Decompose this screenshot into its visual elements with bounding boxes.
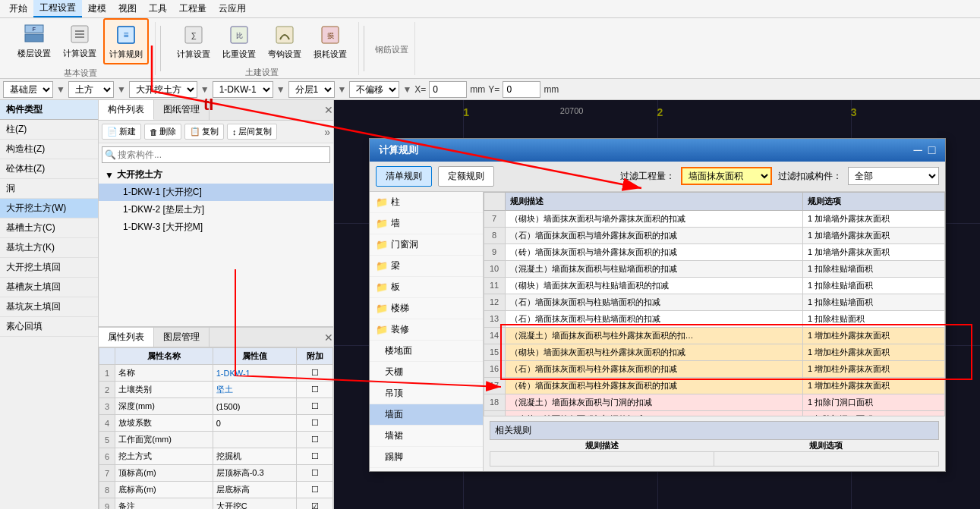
list-item[interactable]: 7 （砌块）墙面抹灰面积与墙外露抹灰面积的扣减 1 加墙墙外露抹灰面积 — [484, 210, 944, 227]
rule-option[interactable]: 1 扣除柱贴墙面积 — [802, 260, 944, 277]
list-item[interactable]: 12 （石）墙面抹灰面积与柱贴墙面积的扣减 1 扣除柱贴墙面积 — [484, 294, 944, 310]
close-component-panel[interactable]: ✕ — [324, 104, 333, 116]
prop-value-cell[interactable]: 大开挖C — [213, 498, 297, 510]
x-input[interactable] — [429, 81, 467, 98]
sidebar-item-trench[interactable]: 基槽土方(C) — [0, 218, 98, 238]
dialog-left-item[interactable]: 踢脚 — [370, 447, 483, 468]
tree-item-dkw2[interactable]: 1-DKW-2 [垫层土方] — [99, 201, 333, 218]
earth-select[interactable]: 土方 — [68, 81, 114, 98]
dialog-left-item[interactable]: 楼地面 — [370, 341, 483, 362]
rule-option[interactable]: 1 增加柱外露抹灰面积 — [802, 344, 944, 360]
prop-extra-cell[interactable]: ☐ — [297, 365, 333, 382]
dialog-left-item[interactable]: 📁梁 — [370, 256, 483, 277]
expand-button[interactable]: » — [324, 126, 330, 138]
tab-property-list[interactable]: 属性列表 — [99, 328, 154, 347]
rule-option[interactable]: 1 扣除柱贴墙面积 — [802, 294, 944, 310]
bend-settings-button[interactable]: 弯钩设置 — [263, 19, 307, 64]
list-item[interactable]: 10 （混凝土）墙面抹灰面积与柱贴墙面积的扣减 1 扣除柱贴墙面积 — [484, 260, 944, 277]
table-row[interactable]: 2 土壤类别 坚土 ☐ — [99, 382, 333, 398]
dialog-left-item[interactable]: 吊顶 — [370, 383, 483, 404]
component-select[interactable]: 1-DKW-1 — [213, 81, 273, 98]
dialog-left-item[interactable]: 📁柱 — [370, 192, 483, 213]
rule-option[interactable]: 1 扣除柱贴墙面积 — [802, 277, 944, 294]
floors-button[interactable]: F 楼层设置 — [12, 18, 56, 64]
menu-cloud[interactable]: 云应用 — [213, 1, 252, 17]
menu-project-settings[interactable]: 工程设置 — [33, 0, 82, 17]
list-item[interactable]: 18 （混凝土）墙面抹灰面积与门洞的扣减 1 扣除门洞口面积 — [484, 394, 944, 410]
calc-settings2-button[interactable]: ∑ 计算设置 — [172, 19, 216, 64]
list-item[interactable]: 8 （石）墙面抹灰面积与墙外露抹灰面积的扣减 1 加墙墙外露抹灰面积 — [484, 227, 944, 244]
rule-option[interactable]: 1 增加柱外露抹灰面积 — [802, 377, 944, 394]
dialog-maximize-button[interactable]: □ — [928, 143, 936, 157]
sidebar-item-col[interactable]: 柱(Z) — [0, 120, 98, 140]
tree-item-dkw3[interactable]: 1-DKW-3 [大开挖M] — [99, 218, 333, 236]
prop-extra-cell[interactable]: ☐ — [297, 432, 333, 448]
y-input[interactable] — [503, 81, 540, 98]
sidebar-item-excavation[interactable]: 大开挖土方(W) — [0, 199, 98, 218]
tab-component-list[interactable]: 构件列表 — [99, 100, 154, 120]
copy-component-button[interactable]: 📋 复制 — [184, 124, 224, 140]
tab-drawing-mgmt[interactable]: 图纸管理 — [154, 100, 210, 120]
prop-extra-cell[interactable]: ☐ — [297, 448, 333, 465]
list-item[interactable]: 13 （石）墙面抹灰面积与柱贴墙面积的扣减 1 扣除柱贴面积 — [484, 310, 944, 327]
prop-value-cell[interactable]: 1-DKW-1 — [213, 365, 297, 382]
prop-extra-cell[interactable]: ☐ — [297, 398, 333, 415]
prop-value-cell[interactable]: 挖掘机 — [213, 448, 297, 465]
calc-rule-button[interactable]: ≡ 计算规则 — [103, 18, 149, 64]
prop-extra-cell[interactable]: ☑ — [297, 498, 333, 510]
list-item[interactable]: 16 （石）墙面抹灰面积与柱外露抹灰面积的扣减 1 增加柱外露抹灰面积 — [484, 360, 944, 377]
rule-option[interactable]: 1 扣除柱贴面积 — [802, 310, 944, 327]
list-item[interactable]: 14 （混凝土）墙面抹灰面积与柱外露抹灰面积的扣… 1 增加柱外露抹灰面积 — [484, 327, 944, 344]
search-input[interactable] — [102, 146, 330, 163]
tab-layer-mgmt[interactable]: 图层管理 — [154, 328, 210, 347]
filter-quantity-select[interactable]: 墙面抹灰面积 — [681, 167, 772, 185]
prop-value-cell[interactable]: 坚土 — [213, 382, 297, 398]
tab-quota-rules[interactable]: 定额规则 — [438, 166, 494, 187]
prop-value-cell[interactable]: 层底标高 — [213, 482, 297, 498]
dialog-left-item[interactable]: 独立柱装修 — [370, 468, 483, 471]
loss-settings-button[interactable]: 损 损耗设置 — [308, 19, 352, 64]
excavation-select[interactable]: 大开挖土方 — [129, 81, 197, 98]
menu-view[interactable]: 视图 — [112, 1, 143, 17]
sidebar-item-pit[interactable]: 基坑土方(K) — [0, 238, 98, 258]
dialog-left-item[interactable]: 📁装修 — [370, 319, 483, 341]
prop-value-cell[interactable] — [213, 432, 297, 448]
menu-start[interactable]: 开始 — [3, 1, 33, 17]
table-row[interactable]: 7 顶标高(m) 层顶标高-0.3 ☐ — [99, 465, 333, 482]
dialog-left-item[interactable]: 墙裙 — [370, 426, 483, 447]
prop-extra-cell[interactable]: ☐ — [297, 465, 333, 482]
layer2-select[interactable]: 分层1 — [288, 81, 335, 98]
prop-extra-cell[interactable]: ☐ — [297, 482, 333, 498]
interlayer-copy-button[interactable]: ↕ 层间复制 — [227, 124, 277, 140]
rule-option[interactable]: 1 加墙墙外露抹灰面积 — [802, 210, 944, 227]
menu-tools[interactable]: 工具 — [143, 1, 173, 17]
rule-option[interactable]: 1 加墙墙外露抹灰面积 — [802, 244, 944, 260]
prop-value-cell[interactable]: 层顶标高-0.3 — [213, 465, 297, 482]
dialog-left-item[interactable]: 📁门窗洞 — [370, 234, 483, 256]
ratio-settings-button[interactable]: 比 比重设置 — [217, 19, 261, 64]
rule-option[interactable]: 1 增加柱外露抹灰面积 — [802, 360, 944, 377]
calc-settings-button[interactable]: 计算设置 — [58, 18, 102, 64]
sidebar-item-backfill3[interactable]: 基坑灰土填回 — [0, 297, 98, 317]
prop-value-cell[interactable]: (1500) — [213, 398, 297, 415]
prop-value-cell[interactable]: 0 — [213, 415, 297, 432]
tree-item-dkw1[interactable]: 1-DKW-1 [大开挖C] — [99, 184, 333, 201]
offset-select[interactable]: 不偏移 — [349, 81, 399, 98]
dialog-minimize-button[interactable]: ─ — [913, 143, 922, 157]
sidebar-item-backfill1[interactable]: 大开挖土填回 — [0, 258, 98, 278]
dialog-left-item[interactable]: 天棚 — [370, 362, 483, 383]
table-row[interactable]: 6 挖土方式 挖掘机 ☐ — [99, 448, 333, 465]
tree-root-excavation[interactable]: ▼ 大开挖土方 — [99, 166, 333, 184]
new-component-button[interactable]: 📄 新建 — [102, 124, 141, 140]
table-row[interactable]: 1 名称 1-DKW-1 ☐ — [99, 365, 333, 382]
dialog-left-item[interactable]: 📁楼梯 — [370, 298, 483, 319]
list-item[interactable]: 17 （砖）墙面抹灰面积与柱外露抹灰面积的扣减 1 增加柱外露抹灰面积 — [484, 377, 944, 394]
menu-quantities[interactable]: 工程量 — [173, 1, 213, 17]
dialog-left-item[interactable]: 墙面 — [370, 404, 483, 426]
sidebar-item-backfill2[interactable]: 基槽灰土填回 — [0, 278, 98, 297]
list-item[interactable]: 15 （砌块）墙面抹灰面积与柱外露抹灰面积的扣减 1 增加柱外露抹灰面积 — [484, 344, 944, 360]
prop-extra-cell[interactable]: ☐ — [297, 415, 333, 432]
sidebar-item-hole[interactable]: 洞 — [0, 179, 98, 199]
sidebar-item-backfill4[interactable]: 素心回填 — [0, 317, 98, 337]
rule-option[interactable]: 1 加墙墙外露抹灰面积 — [802, 227, 944, 244]
